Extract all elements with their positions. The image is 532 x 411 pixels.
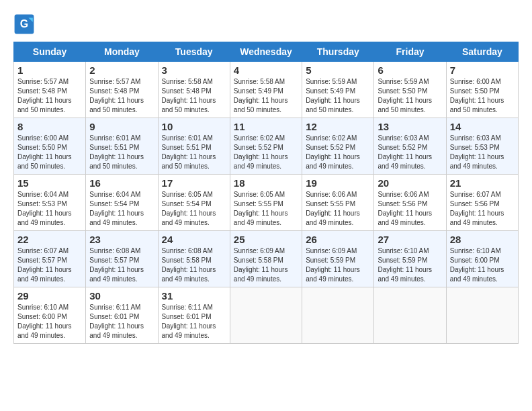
day-info-line: Sunset: 5:52 PM xyxy=(306,144,355,151)
weekday-header-thursday: Thursday xyxy=(302,42,374,62)
day-info-line: Daylight: 11 hours xyxy=(162,153,216,161)
day-info-line: Sunrise: 6:01 AM xyxy=(162,134,213,142)
day-info-line: Sunrise: 6:02 AM xyxy=(234,134,285,142)
day-info-line: Sunrise: 6:04 AM xyxy=(89,191,140,198)
day-info-line: and 50 minutes. xyxy=(378,106,425,113)
day-info: Sunrise: 6:03 AMSunset: 5:53 PMDaylight:… xyxy=(450,134,515,171)
logo-icon: G xyxy=(13,13,35,35)
day-info-line: Sunrise: 6:10 AM xyxy=(450,247,501,255)
day-info-line: Sunset: 5:56 PM xyxy=(378,200,427,208)
day-info-line: Sunset: 5:50 PM xyxy=(450,87,500,95)
day-info-line: Sunrise: 6:07 AM xyxy=(17,247,69,255)
svg-text:G: G xyxy=(20,18,28,30)
day-info-line: Sunset: 5:53 PM xyxy=(17,200,67,208)
day-number: 17 xyxy=(162,177,226,189)
day-info-line: Sunset: 5:59 PM xyxy=(378,257,427,264)
calendar-cell xyxy=(374,287,446,344)
day-info-line: Daylight: 11 hours xyxy=(450,97,504,104)
day-info-line: Daylight: 11 hours xyxy=(234,153,288,161)
day-info: Sunrise: 6:11 AMSunset: 6:01 PMDaylight:… xyxy=(89,303,154,340)
day-info-line: Sunrise: 6:02 AM xyxy=(306,134,357,142)
day-info-line: and 49 minutes. xyxy=(306,219,353,226)
day-number: 8 xyxy=(17,121,82,132)
day-info-line: and 49 minutes. xyxy=(89,219,137,226)
calendar-cell: 15Sunrise: 6:04 AMSunset: 5:53 PMDayligh… xyxy=(14,175,86,231)
day-info-line: and 50 minutes. xyxy=(162,163,210,170)
calendar-cell: 12Sunrise: 6:02 AMSunset: 5:52 PMDayligh… xyxy=(302,118,374,175)
calendar-cell: 18Sunrise: 6:05 AMSunset: 5:55 PMDayligh… xyxy=(230,175,302,231)
day-info-line: Daylight: 11 hours xyxy=(17,266,72,273)
calendar-cell: 20Sunrise: 6:06 AMSunset: 5:56 PMDayligh… xyxy=(374,175,446,231)
day-number: 13 xyxy=(378,121,442,132)
day-number: 3 xyxy=(162,64,226,76)
calendar-cell: 26Sunrise: 6:09 AMSunset: 5:59 PMDayligh… xyxy=(302,231,374,287)
day-info-line: and 50 minutes. xyxy=(17,106,65,113)
day-info-line: Sunrise: 6:06 AM xyxy=(378,191,429,198)
calendar-cell: 9Sunrise: 6:01 AMSunset: 5:51 PMDaylight… xyxy=(86,118,158,175)
day-info-line: Sunrise: 6:09 AM xyxy=(234,247,285,255)
day-info-line: Daylight: 11 hours xyxy=(378,266,432,273)
day-info: Sunrise: 5:58 AMSunset: 5:49 PMDaylight:… xyxy=(234,77,298,115)
day-number: 9 xyxy=(89,121,154,132)
day-info-line: Daylight: 11 hours xyxy=(450,210,504,217)
day-info: Sunrise: 6:08 AMSunset: 5:57 PMDaylight:… xyxy=(89,246,154,284)
day-number: 23 xyxy=(89,234,154,245)
day-number: 26 xyxy=(306,234,370,245)
day-number: 16 xyxy=(89,177,154,189)
calendar-cell: 21Sunrise: 6:07 AMSunset: 5:56 PMDayligh… xyxy=(446,175,518,231)
day-number: 24 xyxy=(162,234,226,245)
day-info-line: Sunset: 6:01 PM xyxy=(89,313,139,320)
day-info-line: Sunrise: 5:58 AM xyxy=(162,78,213,85)
calendar-body: 1Sunrise: 5:57 AMSunset: 5:48 PMDaylight… xyxy=(14,62,519,344)
calendar-cell: 30Sunrise: 6:11 AMSunset: 6:01 PMDayligh… xyxy=(86,287,158,344)
day-info-line: Daylight: 11 hours xyxy=(17,153,72,161)
day-number: 29 xyxy=(17,290,82,302)
calendar-cell: 23Sunrise: 6:08 AMSunset: 5:57 PMDayligh… xyxy=(86,231,158,287)
day-info-line: Sunrise: 6:05 AM xyxy=(234,191,285,198)
day-info: Sunrise: 6:10 AMSunset: 6:00 PMDaylight:… xyxy=(17,303,82,340)
day-number: 7 xyxy=(450,64,515,76)
day-info: Sunrise: 6:04 AMSunset: 5:54 PMDaylight:… xyxy=(89,190,154,228)
day-number: 31 xyxy=(162,290,226,302)
day-info-line: Sunset: 5:52 PM xyxy=(378,144,427,151)
day-info: Sunrise: 6:07 AMSunset: 5:56 PMDaylight:… xyxy=(450,190,515,228)
day-info-line: Sunrise: 6:10 AM xyxy=(17,304,69,311)
day-info: Sunrise: 6:04 AMSunset: 5:53 PMDaylight:… xyxy=(17,190,82,228)
day-info-line: and 49 minutes. xyxy=(89,332,137,339)
day-info-line: Sunrise: 6:10 AM xyxy=(378,247,429,255)
day-info-line: Sunrise: 6:00 AM xyxy=(450,78,501,85)
day-info-line: Sunset: 5:55 PM xyxy=(306,200,355,208)
day-info: Sunrise: 5:57 AMSunset: 5:48 PMDaylight:… xyxy=(17,77,82,115)
day-info-line: Daylight: 11 hours xyxy=(17,97,72,104)
day-info: Sunrise: 5:57 AMSunset: 5:48 PMDaylight:… xyxy=(89,77,154,115)
day-number: 1 xyxy=(17,64,82,76)
day-info-line: Sunrise: 5:57 AM xyxy=(89,78,140,85)
calendar-cell xyxy=(230,287,302,344)
calendar-cell: 11Sunrise: 6:02 AMSunset: 5:52 PMDayligh… xyxy=(230,118,302,175)
day-info-line: and 49 minutes. xyxy=(378,219,425,226)
day-info-line: Sunrise: 6:05 AM xyxy=(162,191,213,198)
calendar-cell: 10Sunrise: 6:01 AMSunset: 5:51 PMDayligh… xyxy=(158,118,230,175)
calendar-cell: 8Sunrise: 6:00 AMSunset: 5:50 PMDaylight… xyxy=(14,118,86,175)
day-info-line: Daylight: 11 hours xyxy=(162,97,216,104)
calendar-cell: 14Sunrise: 6:03 AMSunset: 5:53 PMDayligh… xyxy=(446,118,518,175)
calendar-cell: 4Sunrise: 5:58 AMSunset: 5:49 PMDaylight… xyxy=(230,62,302,118)
day-info-line: Sunrise: 6:07 AM xyxy=(450,191,501,198)
calendar-cell: 24Sunrise: 6:08 AMSunset: 5:58 PMDayligh… xyxy=(158,231,230,287)
day-info-line: Daylight: 11 hours xyxy=(306,266,360,273)
day-info: Sunrise: 6:06 AMSunset: 5:55 PMDaylight:… xyxy=(306,190,370,228)
day-number: 25 xyxy=(234,234,298,245)
day-info-line: Daylight: 11 hours xyxy=(234,97,288,104)
day-info-line: Daylight: 11 hours xyxy=(89,322,144,330)
day-info-line: Sunset: 5:55 PM xyxy=(234,200,283,208)
day-info-line: Daylight: 11 hours xyxy=(450,266,504,273)
weekday-header-friday: Friday xyxy=(374,42,446,62)
weekday-header-saturday: Saturday xyxy=(446,42,518,62)
day-info: Sunrise: 6:02 AMSunset: 5:52 PMDaylight:… xyxy=(234,134,298,171)
day-info: Sunrise: 6:09 AMSunset: 5:59 PMDaylight:… xyxy=(306,246,370,284)
day-info-line: and 50 minutes. xyxy=(162,106,210,113)
day-info-line: Sunrise: 5:58 AM xyxy=(234,78,285,85)
day-info-line: Sunrise: 6:01 AM xyxy=(89,134,140,142)
day-info-line: and 50 minutes. xyxy=(234,106,281,113)
weekday-header-monday: Monday xyxy=(86,42,158,62)
